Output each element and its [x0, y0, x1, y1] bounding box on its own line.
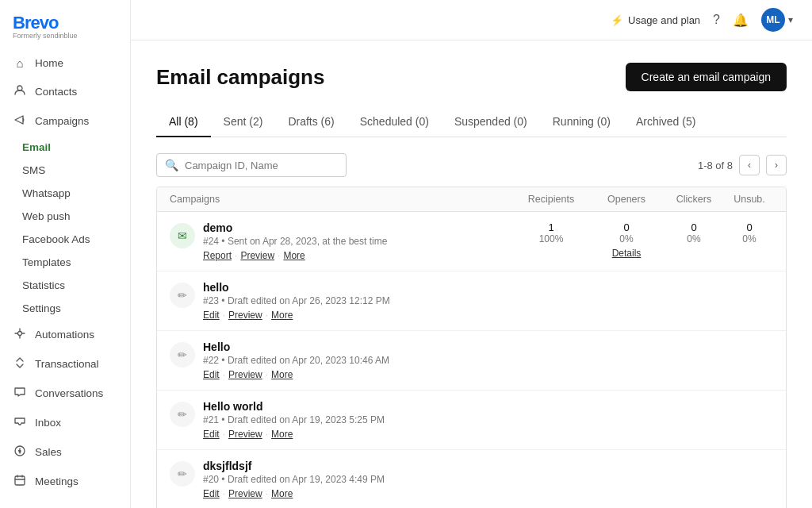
preview-link[interactable]: Preview — [228, 429, 262, 440]
more-dropdown[interactable]: More — [271, 310, 293, 321]
sidebar-item-sms[interactable]: SMS — [0, 159, 130, 182]
sidebar-item-contacts[interactable]: Contacts — [0, 77, 130, 106]
sidebar-item-meetings[interactable]: Meetings — [0, 467, 130, 496]
col-recipients: Recipients — [511, 194, 591, 205]
home-icon: ⌂ — [13, 56, 27, 70]
transactional-icon — [13, 356, 27, 371]
sidebar-transactional-label: Transactional — [35, 358, 99, 370]
campaign-icon: ✏ — [170, 461, 195, 487]
campaigns-table: Campaigns Recipients Openers Clickers Un… — [156, 187, 787, 508]
clickers-cell: 0 0% — [662, 221, 726, 244]
svg-point-1 — [18, 332, 22, 336]
campaign-actions: Edit · Preview · More — [203, 369, 389, 380]
more-dropdown[interactable]: More — [271, 429, 293, 440]
svg-point-0 — [17, 86, 22, 90]
sidebar-item-transactional[interactable]: Transactional — [0, 349, 130, 379]
sidebar-meetings-label: Meetings — [35, 475, 79, 487]
table-header: Campaigns Recipients Openers Clickers Un… — [157, 187, 786, 212]
sidebar-item-facebookads[interactable]: Facebook Ads — [0, 228, 130, 251]
campaign-actions: Edit · Preview · More — [203, 310, 390, 321]
edit-link[interactable]: Edit — [203, 310, 220, 321]
campaign-details: hello #23 • Draft edited on Apr 26, 2023… — [203, 281, 390, 321]
campaign-meta: #22 • Draft edited on Apr 20, 2023 10:46… — [203, 355, 389, 366]
sidebar-item-label: Home — [35, 57, 63, 69]
sidebar-webpush-label: Web push — [22, 210, 71, 222]
user-menu[interactable]: ML ▾ — [761, 8, 793, 32]
campaign-info: ✏ Hello #22 • Draft edited on Apr 20, 20… — [170, 341, 511, 380]
page-title: Email campaigns — [156, 65, 324, 90]
sidebar-item-sales[interactable]: Sales — [0, 437, 130, 467]
page-header: Email campaigns Create an email campaign — [156, 63, 787, 91]
preview-link[interactable]: Preview — [228, 488, 262, 499]
sidebar-whatsapp-label: Whatsapp — [22, 187, 71, 199]
tab-archived[interactable]: Archived (5) — [623, 107, 708, 137]
sidebar-item-home[interactable]: ⌂ Home — [0, 49, 130, 77]
campaign-details: Hello world #21 • Draft edited on Apr 19… — [203, 400, 385, 440]
sidebar-item-settings[interactable]: Settings — [0, 297, 130, 320]
sidebar-inbox-label: Inbox — [35, 417, 61, 429]
sidebar-item-automations[interactable]: Automations — [0, 320, 130, 349]
more-dropdown[interactable]: More — [271, 369, 293, 380]
campaign-info: ✉ demo #24 • Sent on Apr 28, 2023, at th… — [170, 221, 511, 261]
sidebar-conversations-label: Conversations — [35, 387, 103, 399]
table-row: ✏ Hello #22 • Draft edited on Apr 20, 20… — [157, 331, 786, 391]
campaign-info: ✏ dksjfldsjf #20 • Draft edited on Apr 1… — [170, 460, 511, 499]
preview-link[interactable]: Preview — [228, 369, 262, 380]
recipients-cell: 1 100% — [511, 221, 591, 244]
sidebar-item-inbox[interactable]: Inbox — [0, 408, 130, 437]
pagination-next[interactable]: › — [766, 155, 787, 175]
report-link[interactable]: Report — [203, 250, 232, 261]
logo: Brevo Formerly sendinblue — [0, 0, 130, 49]
col-clickers: Clickers — [662, 194, 726, 205]
contacts-icon — [13, 84, 27, 99]
campaign-details: demo #24 • Sent on Apr 28, 2023, at the … — [203, 221, 387, 261]
tab-suspended[interactable]: Suspended (0) — [442, 107, 540, 137]
tab-scheduled[interactable]: Scheduled (0) — [347, 107, 442, 137]
sidebar-item-conversations[interactable]: Conversations — [0, 379, 130, 408]
more-dropdown[interactable]: More — [271, 488, 293, 499]
sidebar-item-campaigns[interactable]: Campaigns — [0, 106, 130, 136]
tab-running[interactable]: Running (0) — [540, 107, 623, 137]
user-chevron-icon: ▾ — [788, 14, 793, 25]
content-area: Email campaigns Create an email campaign… — [131, 40, 812, 508]
campaign-name: Hello — [203, 341, 389, 353]
sales-icon — [13, 444, 27, 460]
sidebar-item-email[interactable]: Email — [0, 136, 130, 159]
usage-plan-button[interactable]: ⚡ Usage and plan — [611, 14, 700, 26]
col-openers: Openers — [591, 194, 662, 205]
sidebar-item-webpush[interactable]: Web push — [0, 205, 130, 228]
search-box[interactable]: 🔍 — [156, 153, 347, 177]
sidebar-item-whatsapp[interactable]: Whatsapp — [0, 182, 130, 205]
conversations-icon — [13, 386, 27, 401]
sidebar-statistics-label: Statistics — [22, 279, 65, 291]
details-link[interactable]: Details — [591, 248, 662, 259]
lightning-icon: ⚡ — [611, 14, 623, 26]
campaign-tabs: All (8) Sent (2) Drafts (6) Scheduled (0… — [156, 107, 787, 137]
tab-sent[interactable]: Sent (2) — [211, 107, 276, 137]
pagination-prev[interactable]: ‹ — [739, 155, 760, 175]
help-icon[interactable]: ? — [713, 13, 720, 27]
meetings-icon — [13, 474, 27, 489]
campaign-icon: ✏ — [170, 283, 195, 308]
search-input[interactable] — [185, 160, 338, 171]
preview-link[interactable]: Preview — [240, 250, 274, 261]
preview-link[interactable]: Preview — [228, 310, 262, 321]
sidebar-settings-label: Settings — [22, 302, 61, 314]
campaign-actions: Report · Preview · More — [203, 250, 387, 261]
campaign-actions: Edit · Preview · More — [203, 488, 385, 499]
edit-link[interactable]: Edit — [203, 488, 220, 499]
usage-plan-label: Usage and plan — [628, 14, 700, 26]
tab-drafts[interactable]: Drafts (6) — [275, 107, 347, 137]
tab-all[interactable]: All (8) — [156, 107, 211, 137]
sidebar-item-label: Contacts — [35, 86, 77, 98]
edit-link[interactable]: Edit — [203, 429, 220, 440]
pagination: 1-8 of 8 ‹ › — [698, 155, 787, 175]
sidebar-item-templates[interactable]: Templates — [0, 251, 130, 274]
create-campaign-button[interactable]: Create an email campaign — [626, 63, 787, 91]
sidebar-item-statistics[interactable]: Statistics — [0, 274, 130, 297]
edit-link[interactable]: Edit — [203, 369, 220, 380]
main-content: ⚡ Usage and plan ? 🔔 ML ▾ Email campaign… — [131, 0, 812, 508]
bell-icon[interactable]: 🔔 — [733, 13, 749, 28]
campaign-name: dksjfldsjf — [203, 460, 385, 472]
more-dropdown[interactable]: More — [283, 250, 304, 261]
